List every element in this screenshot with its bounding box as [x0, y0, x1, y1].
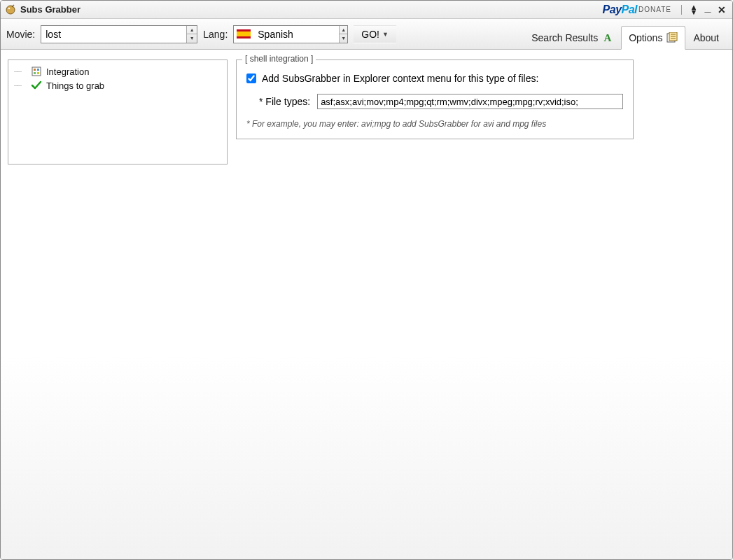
tab-label: Search Results: [531, 32, 598, 43]
options-panel: [ shell integration ] Add SubsGrabber in…: [236, 59, 634, 550]
movie-label: Movie:: [6, 29, 35, 40]
context-menu-checkbox[interactable]: [246, 74, 256, 83]
paypal-logo[interactable]: PayPal: [603, 4, 637, 16]
maximize-restore-button[interactable]: ▲▼: [687, 4, 700, 16]
tree-connector: ┄┄: [14, 82, 28, 90]
svg-rect-10: [37, 69, 39, 71]
close-button[interactable]: ✕: [715, 4, 728, 16]
svg-rect-9: [34, 69, 36, 71]
lang-label: Lang:: [203, 29, 228, 40]
paypal-part2: Pal: [622, 4, 638, 15]
content-area: ┄┄ Integration ┄┄ Things to grab [ shell…: [1, 50, 732, 559]
svg-rect-12: [37, 72, 39, 74]
flag-spain-icon: [237, 29, 251, 38]
tab-options[interactable]: Options: [621, 26, 685, 50]
integration-icon: [31, 66, 42, 77]
app-icon: [5, 4, 16, 15]
tree-item-integration[interactable]: ┄┄ Integration: [11, 64, 224, 78]
tree-item-things-to-grab[interactable]: ┄┄ Things to grab: [11, 78, 224, 92]
check-icon: [31, 80, 42, 91]
filetypes-input[interactable]: [317, 94, 623, 109]
svg-rect-11: [34, 72, 36, 74]
app-title: Subs Grabber: [20, 4, 81, 15]
separator: [681, 5, 682, 15]
tree-label: Things to grab: [46, 80, 104, 91]
lang-spinner[interactable]: ▲▼: [339, 26, 347, 43]
movie-combo[interactable]: ▲▼: [41, 25, 197, 43]
shell-integration-fieldset: [ shell integration ] Add SubsGrabber in…: [236, 59, 634, 139]
tabs: Search Results A Options About: [524, 19, 727, 49]
minimize-button[interactable]: _: [701, 1, 714, 14]
go-label: GO!: [361, 29, 379, 40]
checkbox-label: Add SubsGrabber in Explorer context menu…: [262, 73, 538, 84]
lang-input[interactable]: [253, 26, 339, 43]
svg-rect-8: [32, 67, 41, 76]
donate-label[interactable]: DONATE: [638, 6, 671, 13]
titlebar: Subs Grabber PayPal DONATE ▲▼ _ ✕: [1, 1, 732, 19]
filetypes-hint: * For example, you may enter: avi;mpg to…: [246, 119, 623, 129]
svg-point-1: [8, 7, 10, 8]
tab-about[interactable]: About: [685, 26, 727, 50]
tab-label: Options: [629, 32, 662, 43]
paypal-part1: Pay: [603, 4, 622, 15]
options-icon: [666, 32, 678, 43]
tree-label: Integration: [46, 66, 89, 77]
movie-spinner[interactable]: ▲▼: [186, 26, 197, 43]
tree-connector: ┄┄: [14, 68, 28, 76]
tab-label: About: [693, 32, 719, 43]
go-button[interactable]: GO! ▼: [354, 25, 396, 43]
fieldset-legend: [ shell integration ]: [242, 54, 316, 64]
tab-search-results[interactable]: Search Results A: [524, 26, 621, 50]
filetypes-label: * File types:: [259, 96, 310, 107]
svg-point-0: [6, 6, 15, 14]
toolbar: Movie: ▲▼ Lang: ▲▼ GO! ▼ Search Results …: [1, 19, 732, 50]
lang-combo[interactable]: ▲▼: [233, 25, 348, 43]
movie-input[interactable]: [41, 26, 186, 43]
svg-text:A: A: [604, 32, 612, 43]
chevron-down-icon: ▼: [382, 31, 389, 38]
letter-a-icon: A: [602, 32, 613, 43]
options-tree: ┄┄ Integration ┄┄ Things to grab: [8, 59, 228, 164]
